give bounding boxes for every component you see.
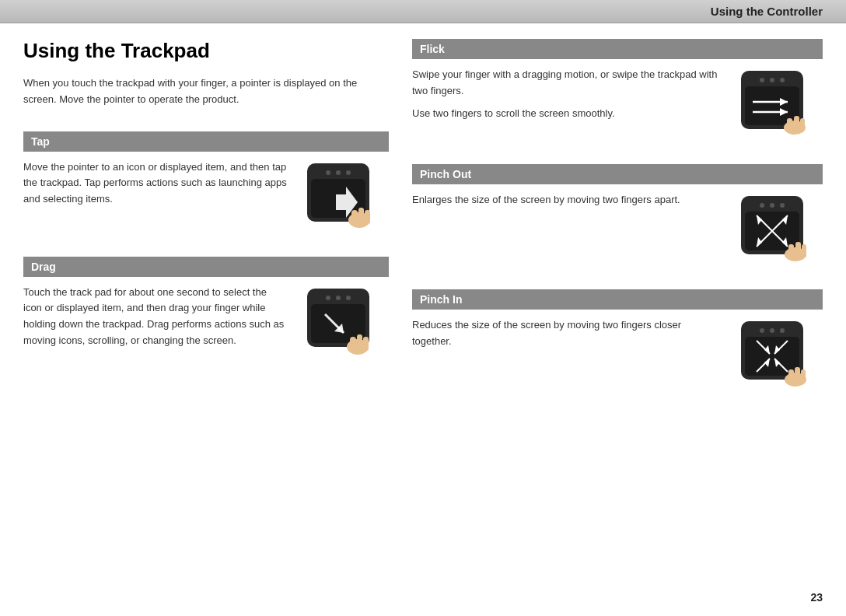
svg-point-52 [760, 328, 764, 333]
svg-point-54 [780, 328, 785, 333]
drag-section: Drag Touch the track pad for about one s… [23, 257, 389, 366]
left-column: Using the Trackpad When you touch the tr… [23, 39, 412, 600]
svg-rect-32 [794, 116, 799, 132]
pinch-out-illustration [729, 192, 823, 274]
svg-rect-8 [358, 208, 364, 225]
svg-point-3 [346, 170, 351, 175]
pinch-in-text: Reduces the size of the screen by moving… [412, 317, 729, 350]
svg-rect-50 [802, 244, 806, 257]
flick-illustration [729, 67, 823, 149]
pinch-in-section: Pinch In Reduces the size of the screen … [412, 289, 823, 399]
pinch-out-section: Pinch Out Enlarges the size of the scree… [412, 164, 823, 274]
svg-point-35 [760, 203, 764, 208]
svg-point-13 [346, 296, 351, 300]
svg-point-12 [336, 296, 341, 300]
flick-header: Flick [412, 39, 823, 59]
svg-rect-9 [365, 210, 370, 224]
pinch-in-illustration [729, 317, 823, 399]
svg-point-24 [780, 78, 785, 82]
drag-text: Touch the track pad for about one second… [23, 285, 295, 349]
intro-text: When you touch the trackpad with your fi… [23, 75, 389, 108]
svg-rect-7 [351, 210, 358, 226]
svg-rect-20 [363, 337, 369, 351]
main-content: Using the Trackpad When you touch the tr… [0, 23, 846, 616]
tap-illustration [295, 159, 389, 241]
header-bar: Using the Controller [0, 0, 846, 23]
flick-body: Swipe your finger with a dragging motion… [412, 67, 823, 149]
svg-rect-18 [350, 337, 356, 352]
svg-rect-31 [787, 118, 792, 132]
tap-text: Move the pointer to an icon or displayed… [23, 159, 295, 208]
tap-header: Tap [23, 131, 389, 152]
svg-point-1 [326, 170, 330, 175]
tap-body: Move the pointer to an icon or displayed… [23, 159, 389, 241]
flick-text2: Use two fingers to scroll the screen smo… [412, 106, 722, 122]
pinch-in-header: Pinch In [412, 289, 823, 310]
svg-point-53 [770, 328, 774, 333]
svg-rect-65 [788, 369, 794, 383]
svg-point-23 [770, 78, 774, 82]
svg-rect-66 [795, 367, 800, 383]
pinch-out-body: Enlarges the size of the screen by movin… [412, 192, 823, 274]
page-header-title: Using the Controller [711, 5, 823, 18]
flick-text: Swipe your finger with a dragging motion… [412, 67, 729, 121]
pinch-in-body: Reduces the size of the screen by moving… [412, 317, 823, 399]
drag-header: Drag [23, 257, 389, 277]
svg-rect-49 [795, 242, 801, 258]
page-number: 23 [810, 591, 823, 604]
svg-rect-67 [801, 369, 806, 383]
svg-rect-33 [800, 118, 805, 131]
drag-illustration [295, 285, 389, 366]
flick-section: Flick Swipe your finger with a dragging … [412, 39, 823, 149]
svg-point-2 [336, 170, 341, 175]
svg-rect-19 [357, 334, 362, 352]
svg-point-37 [780, 203, 785, 208]
pinch-out-text: Enlarges the size of the screen by movin… [412, 192, 729, 208]
svg-point-36 [770, 203, 774, 208]
pinch-out-header: Pinch Out [412, 164, 823, 184]
tap-section: Tap Move the pointer to an icon or displ… [23, 131, 389, 241]
svg-point-11 [326, 296, 330, 300]
flick-text1: Swipe your finger with a dragging motion… [412, 67, 722, 100]
svg-rect-48 [788, 244, 794, 258]
page-title: Using the Trackpad [23, 39, 389, 63]
svg-point-22 [760, 78, 764, 82]
right-column: Flick Swipe your finger with a dragging … [412, 39, 823, 600]
drag-body: Touch the track pad for about one second… [23, 285, 389, 366]
